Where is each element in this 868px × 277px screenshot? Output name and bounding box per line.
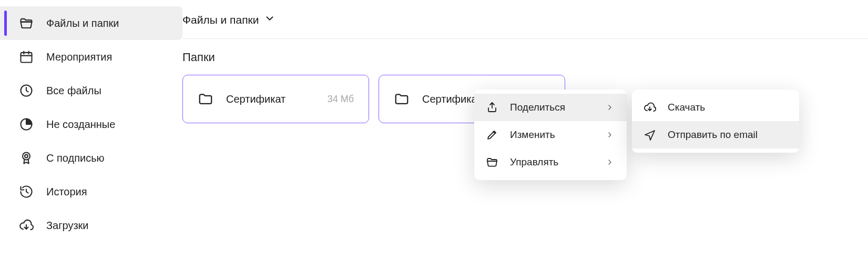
submenu-item-label: Скачать bbox=[668, 102, 788, 113]
svg-point-3 bbox=[23, 153, 30, 160]
folder-name: Сертификат bbox=[226, 93, 315, 105]
calendar-icon bbox=[19, 50, 34, 64]
chevron-right-icon bbox=[606, 130, 615, 140]
sidebar-item-events[interactable]: Мероприятия bbox=[0, 40, 182, 74]
chevron-down-icon bbox=[264, 13, 275, 27]
clock-icon bbox=[19, 83, 34, 98]
pencil-icon bbox=[486, 128, 498, 141]
menu-item-edit[interactable]: Изменить bbox=[474, 121, 627, 149]
menu-item-share[interactable]: Поделиться bbox=[474, 94, 627, 121]
submenu-item-send-email[interactable]: Отправить по email bbox=[632, 121, 799, 149]
sidebar-item-history[interactable]: История bbox=[0, 175, 182, 209]
cloud-download-icon bbox=[19, 218, 34, 233]
sidebar-item-downloads[interactable]: Загрузки bbox=[0, 209, 182, 242]
folder-open-icon bbox=[486, 156, 498, 169]
pie-icon bbox=[19, 117, 34, 132]
menu-item-label: Изменить bbox=[510, 129, 594, 141]
sidebar-item-all-files[interactable]: Все файлы bbox=[0, 74, 182, 107]
sidebar-item-label: Файлы и папки bbox=[46, 17, 119, 29]
breadcrumb-label: Файлы и папки bbox=[182, 14, 259, 26]
menu-item-label: Управлять bbox=[510, 156, 594, 168]
send-icon bbox=[644, 128, 656, 141]
submenu-item-label: Отправить по email bbox=[668, 129, 788, 141]
folder-card[interactable]: Сертификат 34 Мб bbox=[182, 75, 369, 123]
sidebar: Файлы и папки Мероприятия Все файлы Не с… bbox=[0, 0, 182, 277]
sidebar-item-not-created[interactable]: Не созданные bbox=[0, 107, 182, 141]
history-icon bbox=[19, 184, 34, 199]
share-icon bbox=[486, 101, 498, 114]
sidebar-item-label: Мероприятия bbox=[46, 51, 112, 63]
main-content: Файлы и папки Папки Сертификат 34 Мб Сер… bbox=[182, 0, 868, 277]
folder-size: 34 Мб bbox=[328, 94, 354, 105]
context-submenu: Скачать Отправить по email bbox=[632, 90, 799, 153]
menu-item-manage[interactable]: Управлять bbox=[474, 149, 627, 176]
folder-open-icon bbox=[19, 16, 34, 31]
sidebar-item-label: Загрузки bbox=[46, 220, 89, 232]
submenu-item-download[interactable]: Скачать bbox=[632, 94, 799, 121]
context-menu: Поделиться Изменить Управлять bbox=[474, 90, 627, 180]
sidebar-item-signed[interactable]: С подписью bbox=[0, 141, 182, 175]
chevron-right-icon bbox=[606, 103, 615, 112]
sidebar-item-label: История bbox=[46, 186, 87, 198]
folder-icon bbox=[198, 91, 213, 107]
sidebar-item-label: С подписью bbox=[46, 152, 105, 164]
menu-item-label: Поделиться bbox=[510, 102, 594, 113]
folder-icon bbox=[394, 91, 410, 107]
sidebar-item-label: Все файлы bbox=[46, 85, 101, 97]
sidebar-item-label: Не созданные bbox=[46, 118, 115, 131]
section-title: Папки bbox=[182, 51, 868, 64]
badge-icon bbox=[19, 151, 34, 165]
cloud-download-icon bbox=[644, 101, 656, 114]
chevron-right-icon bbox=[606, 157, 615, 167]
svg-rect-0 bbox=[21, 53, 32, 63]
svg-point-4 bbox=[25, 155, 28, 158]
sidebar-item-files-and-folders[interactable]: Файлы и папки bbox=[0, 6, 182, 40]
breadcrumb[interactable]: Файлы и папки bbox=[182, 13, 868, 39]
